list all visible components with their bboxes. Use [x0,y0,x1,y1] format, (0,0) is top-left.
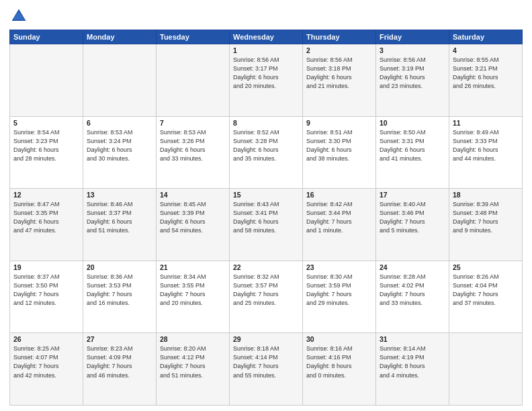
day-number: 11 [453,119,519,127]
header-row: SundayMondayTuesdayWednesdayThursdayFrid… [10,30,523,44]
page-container: SundayMondayTuesdayWednesdayThursdayFrid… [0,0,532,411]
calendar-cell: 16Sunrise: 8:42 AM Sunset: 3:44 PM Dayli… [303,189,376,261]
calendar-cell: 2Sunrise: 8:56 AM Sunset: 3:18 PM Daylig… [303,44,376,117]
calendar-cell: 5Sunrise: 8:54 AM Sunset: 3:23 PM Daylig… [10,116,83,189]
header-cell-friday: Friday [376,30,449,44]
day-info: Sunrise: 8:20 AM Sunset: 4:12 PM Dayligh… [160,345,226,379]
calendar-cell: 22Sunrise: 8:32 AM Sunset: 3:57 PM Dayli… [230,261,303,333]
calendar-cell: 17Sunrise: 8:40 AM Sunset: 3:46 PM Dayli… [376,189,449,261]
day-info: Sunrise: 8:55 AM Sunset: 3:21 PM Dayligh… [453,56,519,91]
day-info: Sunrise: 8:34 AM Sunset: 3:55 PM Dayligh… [160,273,226,308]
day-info: Sunrise: 8:16 AM Sunset: 4:16 PM Dayligh… [306,345,372,379]
day-number: 8 [233,119,299,127]
day-info: Sunrise: 8:45 AM Sunset: 3:39 PM Dayligh… [160,200,226,235]
calendar-cell: 15Sunrise: 8:43 AM Sunset: 3:41 PM Dayli… [230,189,303,261]
day-number: 18 [453,191,519,199]
day-info: Sunrise: 8:40 AM Sunset: 3:46 PM Dayligh… [380,200,445,235]
header-cell-sunday: Sunday [10,30,83,44]
day-info: Sunrise: 8:26 AM Sunset: 4:04 PM Dayligh… [453,273,519,308]
day-info: Sunrise: 8:47 AM Sunset: 3:35 PM Dayligh… [13,200,79,235]
page-header [9,7,523,26]
calendar-cell: 30Sunrise: 8:16 AM Sunset: 4:16 PM Dayli… [303,333,376,406]
calendar-cell: 21Sunrise: 8:34 AM Sunset: 3:55 PM Dayli… [157,261,230,333]
calendar-cell: 26Sunrise: 8:25 AM Sunset: 4:07 PM Dayli… [10,333,83,406]
calendar-cell [157,44,230,117]
day-info: Sunrise: 8:56 AM Sunset: 3:18 PM Dayligh… [306,56,372,91]
day-info: Sunrise: 8:18 AM Sunset: 4:14 PM Dayligh… [233,345,299,379]
day-info: Sunrise: 8:54 AM Sunset: 3:23 PM Dayligh… [13,128,79,163]
logo-icon [9,7,28,26]
day-number: 13 [87,191,152,199]
day-number: 14 [160,191,226,199]
calendar-cell: 12Sunrise: 8:47 AM Sunset: 3:35 PM Dayli… [10,189,83,261]
calendar-cell [83,44,157,117]
day-info: Sunrise: 8:28 AM Sunset: 4:02 PM Dayligh… [380,273,445,308]
week-row-3: 19Sunrise: 8:37 AM Sunset: 3:50 PM Dayli… [10,261,523,333]
day-info: Sunrise: 8:36 AM Sunset: 3:53 PM Dayligh… [87,273,152,308]
calendar-cell: 19Sunrise: 8:37 AM Sunset: 3:50 PM Dayli… [10,261,83,333]
logo [9,7,31,26]
day-info: Sunrise: 8:53 AM Sunset: 3:26 PM Dayligh… [160,128,226,163]
calendar-cell: 4Sunrise: 8:55 AM Sunset: 3:21 PM Daylig… [449,44,523,117]
header-cell-saturday: Saturday [449,30,523,44]
week-row-2: 12Sunrise: 8:47 AM Sunset: 3:35 PM Dayli… [10,189,523,261]
day-number: 27 [87,335,152,343]
day-number: 4 [453,46,519,54]
calendar-cell: 8Sunrise: 8:52 AM Sunset: 3:28 PM Daylig… [230,116,303,189]
calendar-cell: 20Sunrise: 8:36 AM Sunset: 3:53 PM Dayli… [83,261,157,333]
day-info: Sunrise: 8:56 AM Sunset: 3:17 PM Dayligh… [233,56,299,91]
calendar-cell: 24Sunrise: 8:28 AM Sunset: 4:02 PM Dayli… [376,261,449,333]
day-number: 24 [380,263,445,271]
calendar-cell [449,333,523,406]
day-info: Sunrise: 8:51 AM Sunset: 3:30 PM Dayligh… [306,128,372,163]
day-info: Sunrise: 8:23 AM Sunset: 4:09 PM Dayligh… [87,345,152,379]
header-cell-wednesday: Wednesday [230,30,303,44]
calendar-cell: 1Sunrise: 8:56 AM Sunset: 3:17 PM Daylig… [230,44,303,117]
week-row-0: 1Sunrise: 8:56 AM Sunset: 3:17 PM Daylig… [10,44,523,117]
day-info: Sunrise: 8:30 AM Sunset: 3:59 PM Dayligh… [306,273,372,308]
day-number: 16 [306,191,372,199]
day-info: Sunrise: 8:25 AM Sunset: 4:07 PM Dayligh… [13,345,79,379]
day-info: Sunrise: 8:49 AM Sunset: 3:33 PM Dayligh… [453,128,519,163]
day-number: 5 [13,119,79,127]
calendar-header: SundayMondayTuesdayWednesdayThursdayFrid… [10,30,523,44]
day-number: 28 [160,335,226,343]
calendar-cell: 25Sunrise: 8:26 AM Sunset: 4:04 PM Dayli… [449,261,523,333]
day-info: Sunrise: 8:39 AM Sunset: 3:48 PM Dayligh… [453,200,519,235]
day-number: 2 [306,46,372,54]
day-number: 21 [160,263,226,271]
day-info: Sunrise: 8:53 AM Sunset: 3:24 PM Dayligh… [87,128,152,163]
day-number: 19 [13,263,79,271]
day-number: 6 [87,119,152,127]
calendar-cell: 6Sunrise: 8:53 AM Sunset: 3:24 PM Daylig… [83,116,157,189]
calendar-table: SundayMondayTuesdayWednesdayThursdayFrid… [9,30,523,406]
day-number: 17 [380,191,445,199]
week-row-4: 26Sunrise: 8:25 AM Sunset: 4:07 PM Dayli… [10,333,523,406]
day-info: Sunrise: 8:37 AM Sunset: 3:50 PM Dayligh… [13,273,79,308]
calendar-cell: 10Sunrise: 8:50 AM Sunset: 3:31 PM Dayli… [376,116,449,189]
day-info: Sunrise: 8:43 AM Sunset: 3:41 PM Dayligh… [233,200,299,235]
day-number: 9 [306,119,372,127]
calendar-body: 1Sunrise: 8:56 AM Sunset: 3:17 PM Daylig… [10,44,523,406]
day-number: 10 [380,119,445,127]
calendar-cell: 31Sunrise: 8:14 AM Sunset: 4:19 PM Dayli… [376,333,449,406]
day-info: Sunrise: 8:50 AM Sunset: 3:31 PM Dayligh… [380,128,445,163]
calendar-cell: 28Sunrise: 8:20 AM Sunset: 4:12 PM Dayli… [157,333,230,406]
day-number: 7 [160,119,226,127]
day-number: 20 [87,263,152,271]
week-row-1: 5Sunrise: 8:54 AM Sunset: 3:23 PM Daylig… [10,116,523,189]
calendar-cell: 29Sunrise: 8:18 AM Sunset: 4:14 PM Dayli… [230,333,303,406]
calendar-cell: 18Sunrise: 8:39 AM Sunset: 3:48 PM Dayli… [449,189,523,261]
calendar-cell: 11Sunrise: 8:49 AM Sunset: 3:33 PM Dayli… [449,116,523,189]
calendar-cell [10,44,83,117]
calendar-cell: 14Sunrise: 8:45 AM Sunset: 3:39 PM Dayli… [157,189,230,261]
day-info: Sunrise: 8:46 AM Sunset: 3:37 PM Dayligh… [87,200,152,235]
day-info: Sunrise: 8:42 AM Sunset: 3:44 PM Dayligh… [306,200,372,235]
svg-marker-1 [13,11,25,19]
day-number: 26 [13,335,79,343]
day-number: 29 [233,335,299,343]
calendar-cell: 13Sunrise: 8:46 AM Sunset: 3:37 PM Dayli… [83,189,157,261]
day-number: 22 [233,263,299,271]
day-info: Sunrise: 8:32 AM Sunset: 3:57 PM Dayligh… [233,273,299,308]
day-number: 31 [380,335,445,343]
